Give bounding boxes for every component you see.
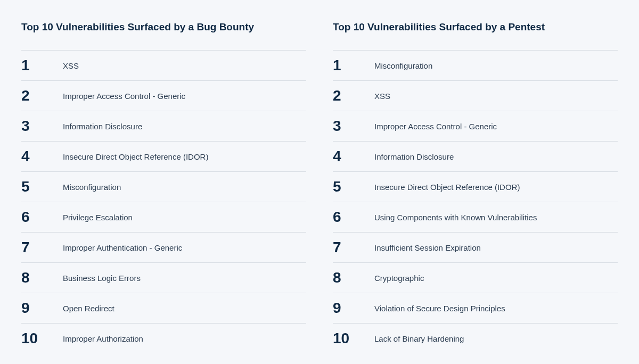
list-item: 6 Privilege Escalation xyxy=(21,202,306,232)
rank-number: 1 xyxy=(21,58,63,73)
list-item: 9 Open Redirect xyxy=(21,293,306,323)
rank-number: 7 xyxy=(333,240,374,255)
rank-number: 5 xyxy=(21,179,63,194)
vulnerability-label: Using Components with Known Vulnerabilit… xyxy=(374,213,537,222)
vulnerability-label: Open Redirect xyxy=(63,304,114,313)
vulnerability-label: Information Disclosure xyxy=(374,152,454,161)
rank-number: 2 xyxy=(333,88,374,103)
vulnerability-label: XSS xyxy=(374,92,390,101)
rank-number: 8 xyxy=(333,270,374,285)
rank-number: 3 xyxy=(333,119,374,134)
vulnerability-label: Improper Authorization xyxy=(63,334,143,343)
list-item: 4 Insecure Direct Object Reference (IDOR… xyxy=(21,141,306,171)
vulnerability-label: Misconfiguration xyxy=(374,61,432,70)
rank-number: 4 xyxy=(333,149,374,164)
rank-number: 7 xyxy=(21,240,63,255)
rank-number: 2 xyxy=(21,88,63,103)
bug-bounty-column: Top 10 Vulnerabilities Surfaced by a Bug… xyxy=(21,21,306,353)
vulnerability-label: Lack of Binary Hardening xyxy=(374,334,464,343)
vulnerability-label: Improper Authentication - Generic xyxy=(63,243,182,252)
list-item: 7 Insufficient Session Expiration xyxy=(333,232,618,262)
rank-number: 6 xyxy=(333,210,374,225)
list-item: 9 Violation of Secure Design Principles xyxy=(333,293,618,323)
list-item: 1 XSS xyxy=(21,50,306,80)
rank-number: 10 xyxy=(333,331,374,346)
rank-number: 10 xyxy=(21,331,63,346)
rank-number: 8 xyxy=(21,270,63,285)
pentest-column: Top 10 Vulnerabilities Surfaced by a Pen… xyxy=(333,21,618,353)
vulnerability-label: Insecure Direct Object Reference (IDOR) xyxy=(63,152,208,161)
vulnerability-label: Insufficient Session Expiration xyxy=(374,243,481,252)
vulnerability-label: Cryptographic xyxy=(374,274,424,283)
vulnerability-label: Improper Access Control - Generic xyxy=(63,92,185,101)
list-item: 10 Lack of Binary Hardening xyxy=(333,323,618,353)
bug-bounty-list: 1 XSS 2 Improper Access Control - Generi… xyxy=(21,50,306,353)
comparison-container: Top 10 Vulnerabilities Surfaced by a Bug… xyxy=(21,21,618,353)
bug-bounty-title: Top 10 Vulnerabilities Surfaced by a Bug… xyxy=(21,21,306,33)
list-item: 3 Information Disclosure xyxy=(21,111,306,141)
rank-number: 1 xyxy=(333,58,374,73)
list-item: 5 Misconfiguration xyxy=(21,171,306,202)
list-item: 1 Misconfiguration xyxy=(333,50,618,80)
list-item: 2 XSS xyxy=(333,80,618,111)
list-item: 8 Business Logic Errors xyxy=(21,262,306,293)
vulnerability-label: Improper Access Control - Generic xyxy=(374,122,497,131)
list-item: 5 Insecure Direct Object Reference (IDOR… xyxy=(333,171,618,202)
rank-number: 9 xyxy=(333,301,374,316)
rank-number: 9 xyxy=(21,301,63,316)
list-item: 10 Improper Authorization xyxy=(21,323,306,353)
vulnerability-label: Violation of Secure Design Principles xyxy=(374,304,505,313)
pentest-title: Top 10 Vulnerabilities Surfaced by a Pen… xyxy=(333,21,618,33)
rank-number: 3 xyxy=(21,119,63,134)
rank-number: 4 xyxy=(21,149,63,164)
vulnerability-label: XSS xyxy=(63,61,79,70)
vulnerability-label: Privilege Escalation xyxy=(63,213,133,222)
rank-number: 5 xyxy=(333,179,374,194)
list-item: 4 Information Disclosure xyxy=(333,141,618,171)
pentest-list: 1 Misconfiguration 2 XSS 3 Improper Acce… xyxy=(333,50,618,353)
vulnerability-label: Business Logic Errors xyxy=(63,274,141,283)
rank-number: 6 xyxy=(21,210,63,225)
list-item: 8 Cryptographic xyxy=(333,262,618,293)
list-item: 2 Improper Access Control - Generic xyxy=(21,80,306,111)
list-item: 3 Improper Access Control - Generic xyxy=(333,111,618,141)
vulnerability-label: Information Disclosure xyxy=(63,122,142,131)
vulnerability-label: Insecure Direct Object Reference (IDOR) xyxy=(374,183,520,192)
vulnerability-label: Misconfiguration xyxy=(63,183,121,192)
list-item: 7 Improper Authentication - Generic xyxy=(21,232,306,262)
list-item: 6 Using Components with Known Vulnerabil… xyxy=(333,202,618,232)
